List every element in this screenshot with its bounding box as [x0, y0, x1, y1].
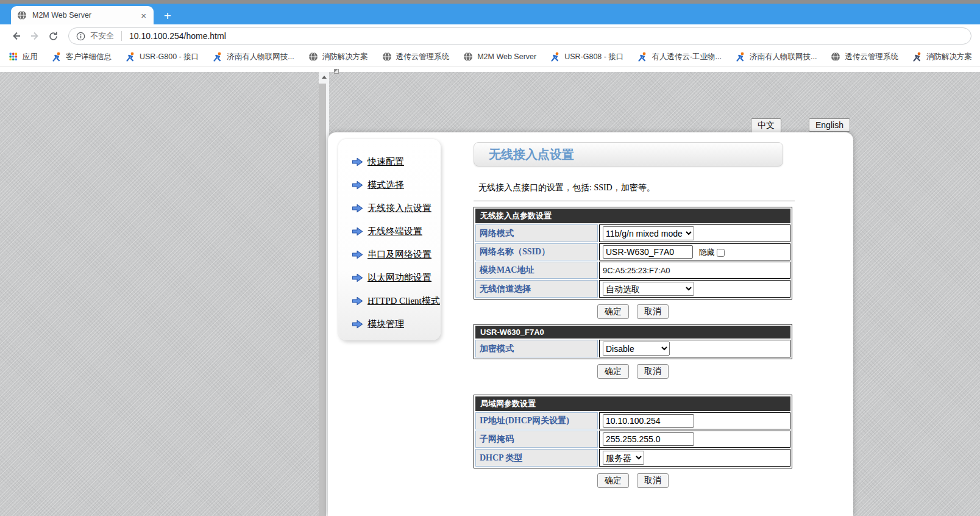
sidebar-link[interactable]: 串口及网络设置	[367, 249, 431, 260]
sidebar-link[interactable]: 模块管理	[367, 318, 404, 330]
forward-button[interactable]	[26, 27, 44, 45]
row-label: 模块MAC地址	[475, 262, 598, 279]
network-mode-select[interactable]: 11b/g/n mixed mode	[603, 226, 694, 240]
browser-toolbar: 不安全 10.10.100.254/home.html	[0, 24, 980, 48]
row-label: 无线信道选择	[475, 280, 598, 298]
bookmark-item[interactable]: 济南有人物联网技...	[736, 52, 817, 62]
row-label: 加密模式	[475, 340, 598, 357]
url-text: 10.10.100.254/home.html	[129, 31, 226, 41]
sidebar-link[interactable]: 模式选择	[367, 179, 404, 191]
person-icon	[637, 52, 647, 62]
arrow-right-icon	[352, 320, 363, 329]
person-icon	[550, 52, 560, 62]
sidebar-item[interactable]: 无线终端设置	[338, 220, 441, 243]
bookmark-item[interactable]: 应用	[9, 52, 38, 62]
bookmark-label: 应用	[23, 52, 38, 62]
person-dark-icon	[912, 52, 922, 62]
sidebar-item[interactable]: HTTPD Client模式	[338, 289, 441, 312]
encryption-select[interactable]: Disable	[603, 342, 670, 356]
bookmark-label: 透传云管理系统	[396, 52, 450, 62]
browser-tab[interactable]: M2M Web Server ×	[11, 6, 154, 24]
hide-ssid-label: 隐藏	[699, 248, 715, 257]
row-label: IP地址(DHCP网关设置)	[475, 412, 598, 429]
sidebar-item[interactable]: 无线接入点设置	[338, 196, 441, 220]
confirm-button[interactable]: 确定	[597, 304, 629, 319]
sidebar-link[interactable]: 无线接入点设置	[367, 202, 431, 214]
bookmark-item[interactable]: 消防解决方案	[308, 52, 368, 62]
arrow-right-icon	[352, 273, 363, 282]
security-buttons: 确定 取消	[474, 364, 792, 379]
row-label: DHCP 类型	[475, 449, 598, 467]
bookmark-item[interactable]: M2M Web Server	[463, 52, 536, 62]
back-button[interactable]	[7, 27, 26, 45]
bookmark-item[interactable]: 有人透传云-工业物...	[637, 52, 722, 62]
subnet-mask-input[interactable]	[603, 432, 694, 446]
row-label: 网络名称（SSID）	[475, 243, 598, 260]
globe-favicon-icon	[17, 10, 27, 20]
reload-button[interactable]	[44, 27, 62, 45]
content-card: 快速配置模式选择无线接入点设置无线终端设置串口及网络设置以太网功能设置HTTPD…	[328, 132, 853, 516]
bookmark-item[interactable]: 透传云管理系统	[382, 52, 450, 62]
lan-buttons: 确定 取消	[474, 473, 792, 488]
bookmark-item[interactable]: 济南有人物联网技...	[213, 52, 294, 62]
scrollbar-thumb[interactable]	[319, 84, 326, 516]
bookmark-item[interactable]: USR-G808 - 接口	[550, 52, 623, 62]
confirm-button[interactable]: 确定	[597, 473, 629, 488]
sidebar-link[interactable]: 无线终端设置	[367, 226, 422, 237]
bookmark-label: USR-G808 - 接口	[564, 52, 623, 62]
sidebar-item[interactable]: 模式选择	[338, 173, 441, 196]
bookmark-label: 消防解决方案	[926, 52, 972, 62]
mac-address-value: 9C:A5:25:23:F7:A0	[599, 262, 790, 279]
close-icon[interactable]: ×	[140, 11, 147, 20]
sidebar-item[interactable]: 以太网功能设置	[338, 266, 441, 289]
channel-select[interactable]: 自动选取	[603, 282, 694, 296]
omnibox-divider	[121, 31, 122, 41]
back-icon	[11, 30, 22, 41]
person-icon	[736, 52, 745, 62]
lan-settings-table: 局域网参数设置 IP地址(DHCP网关设置) 子网掩码 DHCP 类型 服务器	[474, 395, 792, 468]
scroll-up-button[interactable]	[319, 72, 329, 82]
not-secure-label[interactable]: 不安全	[90, 30, 114, 41]
bookmark-label: 客户详细信息	[66, 52, 112, 62]
tab-title: M2M Web Server	[32, 11, 134, 20]
bookmark-item[interactable]: 消防解决方案	[912, 52, 972, 62]
main-content: 无线接入点设置 无线接入点接口的设置，包括: SSID，加密等。 无线接入点参数…	[474, 142, 792, 493]
chinese-language-button[interactable]: 中文	[751, 118, 781, 133]
sidebar-link[interactable]: HTTPD Client模式	[367, 295, 440, 307]
table-header: 局域网参数设置	[475, 396, 790, 411]
bookmark-label: 消防解决方案	[322, 52, 368, 62]
sidebar-link[interactable]: 快速配置	[367, 156, 404, 168]
cancel-button[interactable]: 取消	[637, 304, 669, 319]
sidebar-menu: 快速配置模式选择无线接入点设置无线终端设置串口及网络设置以太网功能设置HTTPD…	[338, 139, 441, 340]
bookmark-item[interactable]: 透传云管理系统	[831, 52, 898, 62]
bookmark-label: 济南有人物联网技...	[227, 52, 294, 62]
bookmarks-list: 应用客户详细信息USR-G800 - 接口济南有人物联网技...消防解决方案透传…	[0, 48, 980, 66]
bookmark-item[interactable]: USR-G800 - 接口	[126, 52, 199, 62]
cancel-button[interactable]: 取消	[637, 364, 669, 379]
page-viewport: 中文 English 快速配置模式选择无线接入点设置无线终端设置串口及网络设置以…	[0, 67, 980, 516]
security-table: USR-W630_F7A0 加密模式 Disable	[474, 324, 792, 359]
page-info-icon[interactable]	[76, 32, 85, 41]
ip-address-input[interactable]	[603, 414, 694, 428]
globe-icon	[463, 52, 473, 62]
address-bar[interactable]: 不安全 10.10.100.254/home.html	[68, 27, 971, 45]
new-tab-button[interactable]: +	[160, 9, 176, 24]
page-title: 无线接入点设置	[489, 146, 574, 163]
table-header: USR-W630_F7A0	[475, 326, 790, 339]
sidebar-link[interactable]: 以太网功能设置	[367, 272, 431, 284]
english-language-button[interactable]: English	[809, 118, 850, 132]
confirm-button[interactable]: 确定	[597, 364, 629, 379]
hide-ssid-checkbox[interactable]	[717, 249, 725, 257]
bookmark-item[interactable]: 客户详细信息	[52, 52, 112, 62]
broken-image-artifact	[334, 69, 339, 74]
forward-icon	[29, 30, 40, 41]
ssid-input[interactable]	[603, 245, 693, 259]
divider	[474, 201, 795, 201]
globe-icon	[308, 52, 318, 62]
sidebar-item[interactable]: 快速配置	[338, 150, 441, 173]
bookmark-label: 透传云管理系统	[845, 52, 898, 62]
dhcp-type-select[interactable]: 服务器	[603, 451, 644, 465]
cancel-button[interactable]: 取消	[637, 473, 669, 488]
sidebar-item[interactable]: 模块管理	[338, 312, 441, 335]
sidebar-item[interactable]: 串口及网络设置	[338, 243, 441, 266]
